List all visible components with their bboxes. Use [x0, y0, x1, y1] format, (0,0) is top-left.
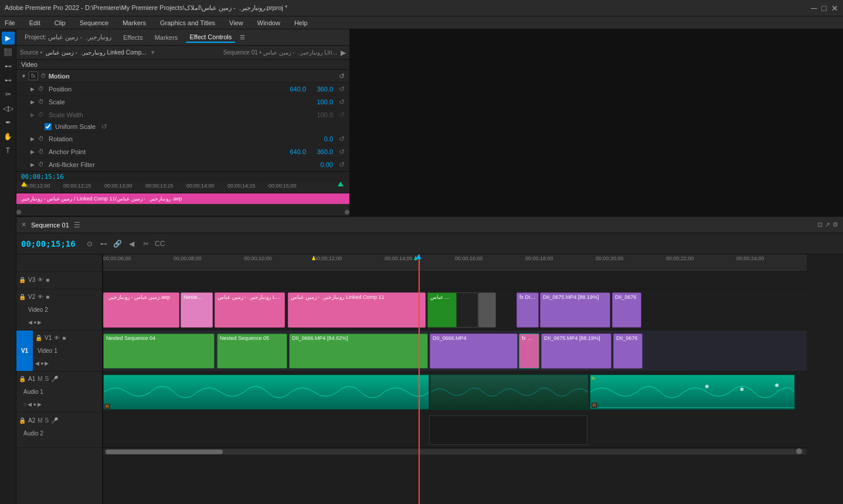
v3-eye[interactable]: 👁: [38, 277, 43, 283]
menu-file[interactable]: File: [2, 18, 18, 28]
v2-lock[interactable]: 🔒: [19, 294, 26, 300]
motion-chevron[interactable]: ▼: [21, 73, 26, 79]
v3-lock[interactable]: 🔒: [19, 277, 26, 283]
timeline-close[interactable]: ✕: [21, 221, 26, 229]
v1-eye[interactable]: 👁: [54, 335, 60, 341]
a2-mute[interactable]: M: [38, 417, 42, 424]
source-arrow[interactable]: ▶: [341, 49, 346, 57]
scale-chevron[interactable]: ▶: [30, 99, 35, 105]
v2-clip-9[interactable]: DII_0675.MP4 [88.19%]: [540, 292, 610, 328]
v1-clip-6[interactable]: DII_0676: [613, 333, 643, 369]
anti-flicker-reset[interactable]: ↺: [339, 161, 345, 169]
tool-track[interactable]: ⬛: [2, 46, 15, 59]
v1-prev-btn[interactable]: ◀: [35, 360, 39, 366]
tool-select[interactable]: ▶: [2, 32, 15, 45]
tool-ripple[interactable]: ⊷: [2, 60, 15, 73]
maximize-btn[interactable]: □: [822, 4, 827, 13]
minimize-btn[interactable]: ─: [811, 4, 817, 13]
a1-vol-icon[interactable]: ○: [23, 401, 26, 407]
tool-roll[interactable]: ⊷: [2, 74, 15, 87]
uniform-scale-checkbox[interactable]: [45, 123, 52, 130]
a1-solo[interactable]: S: [45, 376, 49, 382]
v2-next-btn[interactable]: ▶: [38, 319, 42, 325]
menu-graphics[interactable]: Graphics and Titles: [158, 18, 217, 28]
anti-flicker-stopwatch[interactable]: ⏱: [38, 161, 45, 168]
scale-stopwatch[interactable]: ⏱: [38, 98, 45, 105]
position-stopwatch[interactable]: ⏱: [38, 86, 45, 92]
ec-timecode-value[interactable]: 00;00;15;16: [21, 173, 64, 181]
motion-stopwatch[interactable]: ⏱: [40, 73, 46, 79]
rotation-value[interactable]: 0.0: [310, 135, 333, 142]
menu-bar[interactable]: File Edit Clip Sequence Markers Graphics…: [0, 16, 843, 29]
scale-value[interactable]: 100.0: [310, 98, 333, 105]
position-x-value[interactable]: 640.0: [283, 86, 306, 93]
position-chevron[interactable]: ▶: [30, 86, 35, 92]
scale-reset[interactable]: ↺: [339, 98, 345, 106]
a1-prev-btn[interactable]: ◀: [28, 401, 32, 407]
v1-solo[interactable]: ■: [62, 335, 66, 341]
timeline-scroll-track[interactable]: [106, 449, 804, 454]
v1-clip-2[interactable]: Nested Sequence 05: [217, 333, 287, 369]
tool-type[interactable]: T: [2, 144, 15, 157]
a1-next-btn[interactable]: ▶: [38, 401, 42, 407]
menu-window[interactable]: Window: [255, 18, 283, 28]
anchor-x-value[interactable]: 640.0: [283, 148, 306, 155]
menu-clip[interactable]: Clip: [52, 18, 68, 28]
a2-black-clip[interactable]: [429, 416, 587, 445]
menu-markers[interactable]: Markers: [120, 18, 148, 28]
rotation-chevron[interactable]: ▶: [30, 136, 35, 142]
scroll-end-dot[interactable]: [796, 448, 802, 454]
v1-play-btn[interactable]: ●: [40, 360, 43, 366]
v1-clip-3[interactable]: DII_0666.MP4 [84.62%]: [289, 333, 428, 369]
add-marker-btn[interactable]: ⊙: [84, 238, 96, 250]
ripple-btn[interactable]: ⊷: [98, 238, 110, 250]
v2-prev-btn[interactable]: ◀: [28, 319, 32, 325]
filter-icon[interactable]: ⊡: [817, 221, 822, 229]
anchor-chevron[interactable]: ▶: [30, 149, 35, 155]
v2-clip-10[interactable]: DII_0676: [612, 292, 641, 328]
v3-solo[interactable]: ■: [46, 277, 49, 283]
menu-sequence[interactable]: Sequence: [77, 18, 111, 28]
a1-mic[interactable]: 🎤: [51, 376, 58, 382]
rotation-stopwatch[interactable]: ⏱: [38, 135, 45, 142]
timeline-menu-icon[interactable]: ☰: [74, 221, 80, 229]
a1-clip-2[interactable]: [430, 374, 589, 410]
motion-section-header[interactable]: ▼ fx ⏱ Motion ↺: [16, 70, 349, 83]
uniform-scale-reset[interactable]: ↺: [101, 122, 107, 131]
anti-flicker-value[interactable]: 0.00: [310, 161, 333, 168]
settings-icon[interactable]: ⚙: [832, 221, 838, 229]
a1-mute[interactable]: M: [38, 376, 42, 382]
ec-scroll-left[interactable]: [16, 210, 21, 214]
v2-solo[interactable]: ■: [46, 294, 49, 300]
window-controls[interactable]: ─ □ ✕: [811, 4, 838, 13]
tab-markers[interactable]: Markers: [151, 33, 182, 42]
a2-mic[interactable]: 🎤: [51, 417, 58, 424]
v2-clip-4[interactable]: رونبارجیرہ - زمین عباس Linked Comp 11: [288, 292, 426, 328]
captions-btn[interactable]: CC: [154, 238, 166, 250]
anti-flicker-chevron[interactable]: ▶: [30, 162, 35, 168]
v1-clip-4[interactable]: DII_0666.MP4: [430, 333, 518, 369]
menu-help[interactable]: Help: [292, 18, 310, 28]
v2-clip-3[interactable]: رونبارجیرہ - زمین عباس Linked C: [215, 292, 285, 328]
timeline-scrollbar[interactable]: [103, 448, 807, 455]
timeline-timecode[interactable]: 00;00;15;16: [21, 239, 76, 248]
anchor-reset[interactable]: ↺: [339, 148, 345, 156]
v2-play-btn[interactable]: ●: [33, 319, 36, 325]
v2-clip-1[interactable]: زمین عباس - رونبارجیرہ.aep: [103, 292, 179, 328]
tab-effects[interactable]: Effects: [120, 33, 146, 42]
snap-btn[interactable]: ◀: [126, 238, 138, 250]
anchor-y-value[interactable]: 360.0: [310, 148, 333, 155]
panel-menu-icon[interactable]: ☰: [240, 34, 245, 40]
v1-lock[interactable]: 🔒: [35, 335, 42, 341]
v2-clip-6[interactable]: زمین عباس: [427, 292, 457, 328]
a2-solo[interactable]: S: [45, 417, 49, 424]
a2-lock[interactable]: 🔒: [19, 417, 26, 424]
trim-btn[interactable]: ✂: [140, 238, 152, 250]
tool-slip[interactable]: ◁▷: [2, 102, 15, 115]
close-btn[interactable]: ✕: [831, 4, 838, 13]
v2-clip-2[interactable]: Neste...: [181, 292, 213, 328]
position-reset[interactable]: ↺: [339, 85, 345, 93]
v1-next-btn[interactable]: ▶: [45, 360, 49, 366]
tool-razor[interactable]: ✂: [2, 88, 15, 101]
tool-pen[interactable]: ✒: [2, 116, 15, 129]
